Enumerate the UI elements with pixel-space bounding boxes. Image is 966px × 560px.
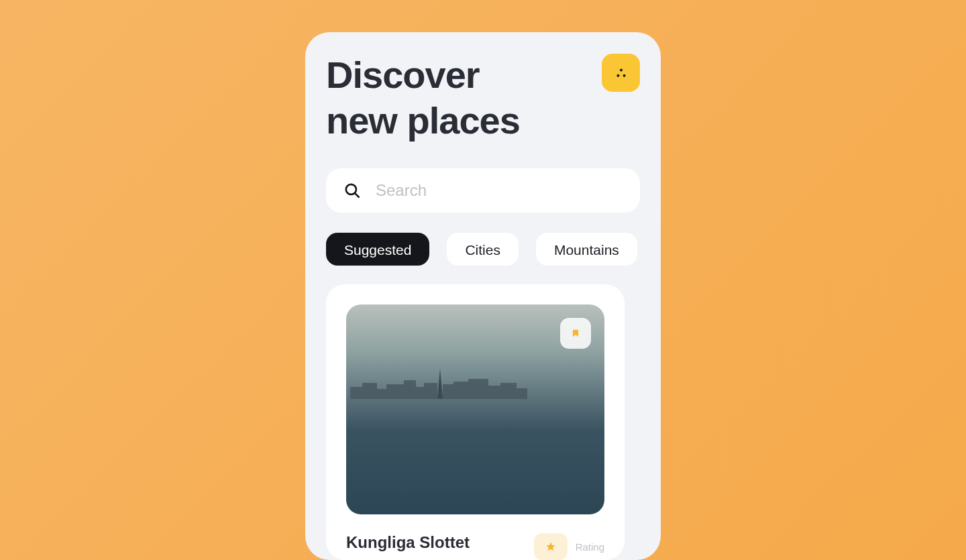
- place-card[interactable]: Kungliga Slottet Rating: [326, 284, 625, 560]
- page-title-line2: new places: [326, 98, 520, 144]
- category-tabs: Suggested Cities Mountains Beaches: [326, 233, 640, 266]
- star-icon: [545, 541, 556, 552]
- rating-star-chip: [534, 533, 568, 560]
- svg-point-0: [619, 68, 622, 71]
- svg-line-4: [355, 193, 358, 197]
- header: Discover new places: [326, 52, 640, 144]
- skyline-graphic: [346, 374, 604, 399]
- search-icon: [343, 182, 361, 199]
- bookmark-icon: [571, 327, 580, 339]
- place-name: Kungliga Slottet: [346, 533, 470, 552]
- tab-mountains[interactable]: Mountains: [536, 233, 637, 266]
- app-screen: Discover new places Suggested Cities Mou…: [305, 32, 661, 560]
- rating-label: Rating: [576, 541, 604, 553]
- bookmark-button[interactable]: [560, 318, 591, 349]
- rating-block: Rating: [534, 533, 604, 560]
- tab-suggested[interactable]: Suggested: [326, 233, 429, 266]
- tab-cities[interactable]: Cities: [447, 233, 519, 266]
- settings-button[interactable]: [602, 54, 640, 92]
- settings-icon: [614, 66, 629, 80]
- card-footer: Kungliga Slottet Rating: [346, 533, 604, 560]
- search-input[interactable]: [376, 181, 640, 200]
- page-title-block: Discover new places: [326, 52, 520, 144]
- search-bar[interactable]: [326, 168, 640, 213]
- svg-point-1: [616, 74, 619, 76]
- page-title-line1: Discover: [326, 52, 520, 98]
- svg-point-2: [623, 74, 625, 76]
- place-image: [346, 304, 604, 514]
